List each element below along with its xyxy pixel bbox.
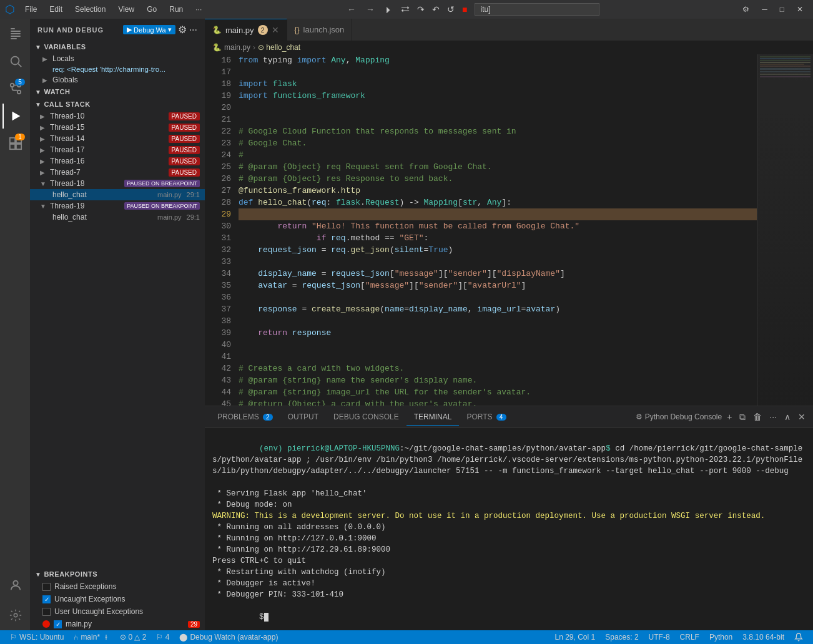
status-ports[interactable]: ⚐ 4 bbox=[151, 630, 174, 644]
activity-source-control[interactable]: 5 bbox=[2, 76, 27, 101]
code-content[interactable]: from typing import Any, Mapping import f… bbox=[236, 54, 757, 406]
status-python-version[interactable]: 3.8.10 64-bit bbox=[737, 630, 789, 644]
debug-config-button[interactable]: ⚙ bbox=[178, 24, 187, 36]
status-eol[interactable]: CRLF bbox=[675, 630, 704, 644]
code-line-34: display_name = request_json["message"]["… bbox=[239, 268, 757, 280]
debug-more-button[interactable]: ··· bbox=[189, 24, 197, 36]
status-debug-watch[interactable]: ⬤Debug Watch (avatar-app) bbox=[174, 630, 283, 644]
thread-16[interactable]: ▶ Thread-16 PAUSED bbox=[30, 155, 205, 167]
terminal-line-1: (env) pierrick@LAPTOP-HKU5PNNG:~/git/goo… bbox=[212, 432, 806, 488]
debug-restart[interactable]: ↺ bbox=[445, 3, 457, 16]
watch-header[interactable]: ▼ WATCH bbox=[30, 85, 205, 98]
thread-14[interactable]: ▶ Thread-14 PAUSED bbox=[30, 133, 205, 144]
panel-more[interactable]: ··· bbox=[767, 411, 779, 423]
call-stack-frame-18[interactable]: hello_chat main.py 29:1 bbox=[30, 189, 205, 200]
panel-trash[interactable]: 🗑 bbox=[751, 411, 764, 423]
menu-go[interactable]: Go bbox=[142, 4, 162, 15]
address-bar[interactable]: itu] bbox=[475, 3, 599, 16]
tab-main-py-close[interactable]: ✕ bbox=[272, 25, 279, 35]
back-button[interactable]: ← bbox=[345, 3, 358, 16]
breakpoint-uncaught-exceptions[interactable]: ✓ Uncaught Exceptions bbox=[30, 593, 205, 605]
code-line-43: # @param {string} name the sender's disp… bbox=[239, 374, 757, 386]
panel-tab-terminal[interactable]: TERMINAL bbox=[406, 409, 460, 426]
debug-stop[interactable]: ■ bbox=[460, 3, 470, 16]
thread-10[interactable]: ▶ Thread-10 PAUSED bbox=[30, 110, 205, 122]
breakpoint-raised-exceptions[interactable]: Raised Exceptions bbox=[30, 580, 205, 593]
panel-maximize[interactable]: ∧ bbox=[782, 411, 793, 423]
status-language[interactable]: Python bbox=[704, 630, 737, 644]
activity-account[interactable] bbox=[2, 573, 27, 598]
thread-15[interactable]: ▶ Thread-15 PAUSED bbox=[30, 122, 205, 133]
locals-item[interactable]: ▶ Locals bbox=[30, 53, 205, 64]
code-line-17 bbox=[239, 66, 757, 78]
menu-selection[interactable]: Selection bbox=[70, 4, 111, 15]
panel-close[interactable]: ✕ bbox=[796, 411, 808, 423]
panel-tab-problems[interactable]: PROBLEMS 2 bbox=[210, 409, 280, 425]
call-stack-frame-19[interactable]: hello_chat main.py 29:1 bbox=[30, 212, 205, 223]
code-line-20 bbox=[239, 102, 757, 114]
thread-17[interactable]: ▶ Thread-17 PAUSED bbox=[30, 144, 205, 155]
activity-run-debug[interactable] bbox=[2, 104, 27, 129]
debug-continue[interactable]: ⏵ bbox=[382, 3, 396, 16]
activity-extensions[interactable]: 1 bbox=[2, 131, 27, 156]
forward-button[interactable]: → bbox=[363, 3, 377, 16]
thread-18[interactable]: ▼ Thread-18 PAUSED ON BREAKPOINT bbox=[30, 178, 205, 189]
status-branch[interactable]: ⑃main* bbox=[69, 630, 115, 644]
req-variable: req: <Request 'http://charming-tro... bbox=[30, 64, 205, 74]
tab-launch-json[interactable]: {} launch.json bbox=[287, 19, 353, 41]
debug-step-over[interactable]: ⮂ bbox=[398, 3, 412, 16]
menu-run[interactable]: Run bbox=[164, 4, 188, 15]
status-eol-label: CRLF bbox=[680, 633, 699, 642]
panel-tab-debug-console[interactable]: DEBUG CONSOLE bbox=[326, 409, 406, 425]
status-position[interactable]: Ln 29, Col 1 bbox=[549, 630, 600, 644]
terminal-line-9: * Debugger is active! bbox=[212, 578, 806, 589]
call-stack-header[interactable]: ▼ CALL STACK bbox=[30, 98, 205, 110]
breakpoint-main-py[interactable]: ✓ main.py 29 bbox=[30, 618, 205, 630]
code-line-25: # @param {Object} req Request sent from … bbox=[239, 161, 757, 173]
maximize-button[interactable]: □ bbox=[775, 4, 789, 15]
terminal-content[interactable]: (env) pierrick@LAPTOP-HKU5PNNG:~/git/goo… bbox=[205, 428, 813, 630]
menu-edit[interactable]: Edit bbox=[44, 4, 67, 15]
debug-run-button[interactable]: ▶Debug Wa▾ bbox=[123, 25, 175, 34]
activity-search[interactable] bbox=[2, 49, 27, 74]
thread-7[interactable]: ▶ Thread-7 PAUSED bbox=[30, 167, 205, 178]
menu-view[interactable]: View bbox=[113, 4, 139, 15]
activity-settings[interactable] bbox=[2, 603, 27, 628]
breadcrumb-file[interactable]: main.py bbox=[224, 43, 250, 52]
code-line-22: # Google Cloud Function that responds to… bbox=[239, 125, 757, 137]
breadcrumb-function[interactable]: ⊙ hello_chat bbox=[258, 43, 300, 52]
thread-19[interactable]: ▼ Thread-19 PAUSED ON BREAKPOINT bbox=[30, 200, 205, 212]
tab-main-py[interactable]: 🐍 main.py 2 ✕ bbox=[205, 19, 287, 41]
close-button[interactable]: ✕ bbox=[792, 4, 808, 15]
status-encoding[interactable]: UTF-8 bbox=[644, 630, 675, 644]
user-uncaught-checkbox[interactable] bbox=[42, 608, 51, 616]
main-py-breakpoint-label: main.py bbox=[66, 620, 92, 628]
debug-step-into[interactable]: ↷ bbox=[415, 3, 427, 16]
svg-rect-1 bbox=[11, 31, 21, 32]
svg-rect-11 bbox=[10, 138, 15, 143]
variables-header[interactable]: ▼ VARIABLES bbox=[30, 41, 205, 53]
raised-exceptions-checkbox[interactable] bbox=[42, 583, 51, 591]
status-notifications[interactable] bbox=[789, 630, 808, 644]
status-errors-label: ⊙ 0 △ 2 bbox=[120, 633, 146, 642]
debug-step-out[interactable]: ↶ bbox=[430, 3, 442, 16]
panel-tab-output[interactable]: OUTPUT bbox=[280, 409, 326, 425]
globals-item[interactable]: ▶ Globals bbox=[30, 74, 205, 85]
activity-explorer[interactable] bbox=[2, 21, 27, 46]
main-py-checkbox[interactable]: ✓ bbox=[54, 620, 62, 628]
panel-tab-ports[interactable]: PORTS 4 bbox=[459, 409, 513, 425]
status-spaces[interactable]: Spaces: 2 bbox=[600, 630, 643, 644]
panel-new-terminal[interactable]: + bbox=[724, 411, 734, 423]
breakpoints-header[interactable]: ▼ BREAKPOINTS bbox=[30, 568, 205, 580]
status-errors[interactable]: ⊙ 0 △ 2 bbox=[115, 630, 151, 644]
menu-file[interactable]: File bbox=[20, 4, 42, 15]
uncaught-exceptions-checkbox[interactable]: ✓ bbox=[42, 595, 51, 603]
panel-split[interactable]: ⧉ bbox=[737, 411, 748, 424]
menu-more[interactable]: ··· bbox=[190, 4, 207, 15]
settings-gear[interactable]: ⚙ bbox=[737, 4, 754, 15]
status-wsl[interactable]: ⚐WSL: Ubuntu bbox=[5, 630, 69, 644]
breakpoint-user-uncaught[interactable]: User Uncaught Exceptions bbox=[30, 605, 205, 618]
output-label: OUTPUT bbox=[288, 412, 318, 421]
problems-label: PROBLEMS bbox=[217, 412, 259, 421]
minimize-button[interactable]: ─ bbox=[757, 4, 772, 15]
